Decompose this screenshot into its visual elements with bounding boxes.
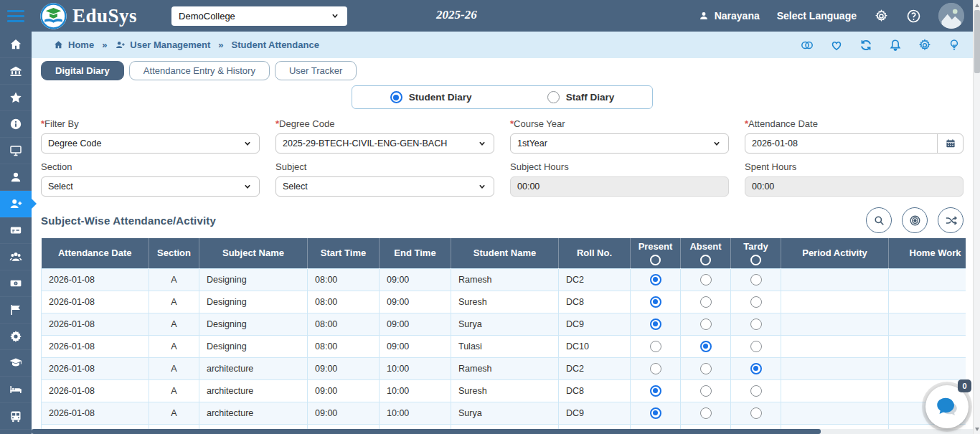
absent-radio[interactable] <box>700 296 712 308</box>
help-icon[interactable] <box>906 9 921 24</box>
info-icon <box>9 117 23 131</box>
period-activity-cell[interactable] <box>781 402 889 424</box>
absent-radio[interactable] <box>700 341 712 352</box>
radio-button[interactable] <box>390 91 402 103</box>
section-select[interactable]: Select <box>41 176 260 197</box>
end-time-cell: 10:00 <box>380 379 451 402</box>
period-activity-cell[interactable] <box>781 379 889 402</box>
radio-student-diary[interactable]: Student Diary <box>390 91 472 103</box>
select-all-absent-radio[interactable] <box>700 255 711 265</box>
toggle-icon[interactable] <box>800 38 814 52</box>
horizontal-scrollbar-thumb[interactable] <box>32 429 821 434</box>
bell-icon[interactable] <box>888 38 903 52</box>
college-select[interactable]: DemoCollege <box>171 6 347 26</box>
sidebar-item-home[interactable] <box>0 32 32 58</box>
period-activity-cell[interactable] <box>781 335 889 357</box>
tardy-radio[interactable] <box>750 407 762 419</box>
tab-digital-diary[interactable]: Digital Diary <box>41 61 124 80</box>
vertical-scrollbar-thumb[interactable] <box>974 10 980 73</box>
attendance-table: Attendance DateSectionSubject NameStart … <box>41 238 966 434</box>
avatar[interactable] <box>938 3 964 29</box>
present-radio[interactable] <box>650 385 661 397</box>
radio-staff-diary[interactable]: Staff Diary <box>547 91 615 103</box>
settings-icon[interactable] <box>918 38 932 52</box>
absent-radio[interactable] <box>700 407 712 419</box>
select-all-present-radio[interactable] <box>650 255 661 265</box>
home-work-cell[interactable] <box>889 357 966 379</box>
tab-attendance-entry-history[interactable]: Attendance Entry & History <box>129 61 270 80</box>
end-time-cell: 09:00 <box>380 335 451 357</box>
tab-user-tracker[interactable]: User Tracker <box>275 61 357 80</box>
attendance-date-cell: 2026-01-08 <box>42 379 149 402</box>
sidebar-item-user-plus[interactable] <box>0 191 32 217</box>
sidebar-item-info[interactable] <box>0 111 32 138</box>
chat-widget-button[interactable]: 0 <box>925 385 969 428</box>
breadcrumb: Home»User Management»Student Attendance <box>53 39 319 50</box>
scroll-down-arrow[interactable] <box>974 425 980 433</box>
shuffle-button[interactable] <box>938 207 963 233</box>
horizontal-scrollbar[interactable] <box>32 429 973 434</box>
degree-code-select[interactable]: 2025-29-BTECH-CIVIL-ENG-GEN-BACH <box>275 133 494 154</box>
heart-icon[interactable] <box>829 38 844 52</box>
sidebar-item-id-card[interactable] <box>0 217 32 244</box>
settings-icon[interactable] <box>874 9 889 24</box>
spent-hours-input: 00:00 <box>745 176 963 197</box>
tardy-radio[interactable] <box>750 319 762 330</box>
breadcrumb-item[interactable]: User Management <box>115 39 210 50</box>
home-work-cell[interactable] <box>889 268 966 291</box>
refresh-icon[interactable] <box>859 38 873 52</box>
present-radio[interactable] <box>650 363 661 374</box>
user-menu[interactable]: Narayana <box>698 10 760 22</box>
radio-button[interactable] <box>547 91 560 103</box>
subject-name-cell: architecture <box>199 379 308 402</box>
present-radio[interactable] <box>650 407 661 419</box>
select-language-button[interactable]: Select Language <box>777 10 857 22</box>
tardy-radio[interactable] <box>750 341 762 352</box>
sidebar-item-flag[interactable] <box>0 297 32 324</box>
lightbulb-icon[interactable] <box>947 38 961 52</box>
sidebar-item-gear[interactable] <box>0 324 32 350</box>
sidebar-item-user[interactable] <box>0 164 32 191</box>
vertical-scrollbar[interactable] <box>973 0 980 434</box>
select-all-tardy-radio[interactable] <box>750 255 761 265</box>
sidebar-item-bus[interactable] <box>0 403 32 430</box>
tardy-radio[interactable] <box>750 274 762 286</box>
period-activity-cell[interactable] <box>781 313 889 335</box>
period-activity-cell[interactable] <box>781 268 889 291</box>
absent-radio[interactable] <box>700 319 712 330</box>
sidebar-item-star[interactable] <box>0 85 32 111</box>
present-radio[interactable] <box>650 319 661 330</box>
absent-radio[interactable] <box>700 363 712 374</box>
present-radio[interactable] <box>650 274 661 286</box>
subject-select[interactable]: Select <box>275 176 494 197</box>
sidebar-item-institution[interactable] <box>0 58 32 85</box>
calendar-icon[interactable] <box>937 134 963 153</box>
search-button[interactable] <box>866 207 892 233</box>
present-radio[interactable] <box>650 296 661 308</box>
home-work-cell[interactable] <box>889 335 966 357</box>
absent-radio[interactable] <box>700 274 712 286</box>
home-work-cell[interactable] <box>889 313 966 335</box>
sidebar-item-money[interactable] <box>0 270 32 297</box>
period-activity-cell[interactable] <box>781 291 889 313</box>
home-work-cell[interactable] <box>889 291 966 313</box>
present-radio[interactable] <box>650 341 661 352</box>
sidebar-item-bed[interactable] <box>0 377 32 403</box>
breadcrumb-item[interactable]: Home <box>53 39 94 50</box>
sidebar-item-users[interactable] <box>0 244 32 270</box>
tardy-radio[interactable] <box>750 385 762 397</box>
absent-radio[interactable] <box>700 385 712 397</box>
target-button[interactable] <box>902 207 928 233</box>
filter-by-select[interactable]: Degree Code <box>41 133 260 154</box>
sidebar-item-monitor[interactable] <box>0 138 32 164</box>
scroll-up-arrow[interactable] <box>974 1 980 9</box>
subject-name-cell: Designing <box>199 313 308 335</box>
hamburger-menu-icon[interactable] <box>0 0 32 32</box>
sidebar-item-sitemap[interactable] <box>0 430 32 434</box>
course-year-select[interactable]: 1stYear <box>510 133 729 154</box>
tardy-radio[interactable] <box>750 363 762 374</box>
attendance-date-input[interactable]: 2026-01-08 <box>745 133 963 154</box>
tardy-radio[interactable] <box>750 296 762 308</box>
period-activity-cell[interactable] <box>781 357 889 379</box>
sidebar-item-graduation-cap[interactable] <box>0 350 32 377</box>
